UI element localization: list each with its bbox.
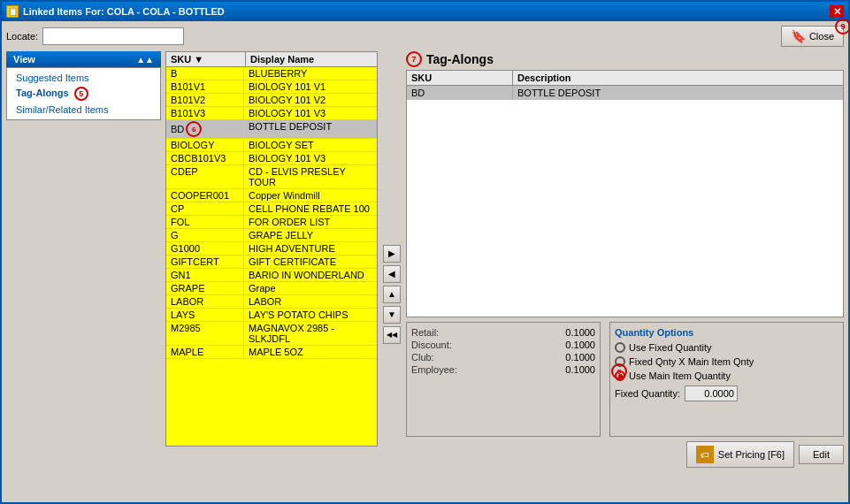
list-item[interactable]: G1000HIGH ADVENTURE (166, 242, 377, 256)
list-item[interactable]: M2985MAGNAVOX 2985 - SLKJDFL (166, 322, 377, 346)
title-bar-left: 📋 Linked Items For: COLA - COLA - BOTTLE… (6, 5, 225, 18)
badge-7: 7 (406, 51, 422, 67)
locate-input[interactable] (42, 27, 184, 45)
fixed-qty-input[interactable] (685, 386, 738, 401)
bottom-buttons: 🏷 Set Pricing [F6] Edit (406, 441, 844, 468)
list-item[interactable]: CPCELL PHONE REBATE 100 (166, 202, 377, 216)
pricing-club-row: Club: 0.1000 (411, 352, 595, 363)
pricing-discount-row: Discount: 0.1000 (411, 340, 595, 350)
tag-alongs-header: 7 Tag-Alongs (406, 51, 844, 67)
radio-row-fixed: Use Fixed Quantity (615, 342, 839, 353)
view-header-icons: ▲▲ (136, 55, 154, 65)
list-item-selected[interactable]: BD 6 BOTTLE DEPOSIT (166, 120, 377, 139)
sidebar-item-related[interactable]: Similar/Related Items (7, 103, 160, 117)
arrow-panel: ▶ ◀ ▲ ▼ ◀◀ (382, 51, 402, 501)
sort-icon: ▼ (194, 54, 203, 65)
tag-cell-sku: BD (407, 86, 513, 100)
tag-col-desc-header: Description (513, 71, 843, 85)
close-button[interactable]: 🔖 Close (781, 26, 844, 47)
locate-label: Locate: (6, 31, 38, 42)
pricing-info: Retail: 0.1000 Discount: 0.1000 Club: 0.… (406, 322, 601, 437)
employee-value: 0.1000 (551, 364, 595, 375)
title-close-button[interactable]: ✕ (830, 5, 844, 18)
list-item[interactable]: GIFTCERTGIFT CERTIFICATE (166, 256, 377, 269)
list-item[interactable]: COOPER001Copper Windmill (166, 189, 377, 202)
top-bar: Locate: 🔖 Close 9 (6, 26, 844, 47)
content-area: Locate: 🔖 Close 9 View ▲▲ (2, 21, 848, 504)
view-title: View (13, 54, 35, 65)
set-pricing-label: Set Pricing [F6] (718, 449, 785, 460)
right-panel: 7 Tag-Alongs SKU Description BD BOTTLE D… (406, 51, 844, 501)
view-header: View ▲▲ (6, 51, 161, 67)
edit-label: Edit (813, 449, 830, 460)
list-item[interactable]: GRAPEGrape (166, 282, 377, 295)
list-item[interactable]: LABORLABOR (166, 295, 377, 309)
badge-8: 8 (611, 363, 627, 379)
tag-col-sku-header: SKU (407, 71, 513, 85)
arrow-left-button[interactable]: ◀ (383, 265, 401, 283)
list-item[interactable]: MAPLEMAPLE 5OZ (166, 346, 377, 359)
use-main-qty-label: Use Main Item Quantity (629, 370, 731, 381)
locate-row: Locate: (6, 27, 184, 45)
tag-alongs-badge: 5 (74, 87, 88, 101)
title-bar: 📋 Linked Items For: COLA - COLA - BOTTLE… (2, 2, 848, 21)
fixed-x-main-label: Fixed Qnty X Main Item Qnty (629, 356, 754, 367)
pricing-employee-row: Employee: 0.1000 (411, 364, 595, 375)
arrow-up-button[interactable]: ▲ (383, 286, 401, 303)
list-item[interactable]: B101V3BIOLOGY 101 V3 (166, 107, 377, 120)
list-item[interactable]: B101V1BIOLOGY 101 V1 (166, 80, 377, 94)
close-button-label: Close (809, 31, 834, 42)
list-item[interactable]: FOLFOR ORDER LIST (166, 216, 377, 229)
list-item[interactable]: B101V2BIOLOGY 101 V2 (166, 94, 377, 107)
fixed-qty-row: Fixed Quantity: (615, 386, 839, 401)
list-item[interactable]: LAYSLAY'S POTATO CHIPS (166, 309, 377, 322)
list-item[interactable]: GN1BARIO IN WONDERLAND (166, 269, 377, 282)
fixed-qty-label: Fixed Quantity: (615, 388, 680, 399)
tag-alongs-nav-label: Tag-Alongs (16, 88, 69, 98)
related-label: Similar/Related Items (16, 104, 109, 115)
arrow-down-button[interactable]: ▼ (383, 306, 401, 324)
arrow-right-button[interactable]: ▶ (383, 245, 401, 263)
badge-6: 6 (186, 121, 202, 137)
col-header-sku: SKU ▼ (166, 52, 246, 66)
tag-alongs-table: SKU Description BD BOTTLE DEPOSIT (406, 70, 844, 317)
radio-row-fixed-x-main: Fixed Qnty X Main Item Qnty (615, 356, 839, 367)
bottom-right: Retail: 0.1000 Discount: 0.1000 Club: 0.… (406, 322, 844, 437)
use-fixed-qty-label: Use Fixed Quantity (629, 342, 712, 353)
set-pricing-icon: 🏷 (696, 446, 714, 463)
item-list-panel: SKU ▼ Display Name BBLUEBERRY B101V1BIOL… (165, 51, 378, 501)
club-label: Club: (411, 352, 434, 363)
view-panel: View ▲▲ Suggested Items Tag-Alongs 5 Sim… (6, 51, 161, 501)
view-items-list: Suggested Items Tag-Alongs 5 Similar/Rel… (6, 67, 161, 120)
club-value: 0.1000 (551, 352, 595, 363)
suggested-label: Suggested Items (16, 73, 89, 83)
col-header-name: Display Name (246, 52, 377, 66)
list-item[interactable]: BIOLOGYBIOLOGY SET (166, 139, 377, 152)
item-list-body[interactable]: BBLUEBERRY B101V1BIOLOGY 101 V1 B101V2BI… (165, 66, 378, 447)
list-item[interactable]: CBCB101V3BIOLOGY 101 V3 (166, 152, 377, 165)
list-item[interactable]: BBLUEBERRY (166, 67, 377, 80)
tag-table-body[interactable]: BD BOTTLE DEPOSIT (407, 86, 843, 317)
list-item[interactable]: CDEPCD - ELVIS PRESLEY TOUR (166, 165, 377, 189)
list-item[interactable]: GGRAPE JELLY (166, 229, 377, 242)
quantity-options-panel: Quantity Options Use Fixed Quantity Fixe… (609, 322, 844, 437)
discount-label: Discount: (411, 340, 452, 350)
close-icon: 🔖 (791, 29, 806, 43)
list-header: SKU ▼ Display Name (165, 51, 378, 66)
tag-cell-desc: BOTTLE DEPOSIT (513, 86, 843, 100)
radio-use-fixed-qty[interactable] (615, 342, 625, 353)
tag-table-header: SKU Description (407, 71, 843, 86)
retail-value: 0.1000 (551, 327, 595, 338)
arrow-double-left-button[interactable]: ◀◀ (383, 326, 401, 344)
sidebar-item-tag-alongs[interactable]: Tag-Alongs 5 (7, 85, 160, 103)
sidebar-item-suggested[interactable]: Suggested Items (7, 71, 160, 85)
tag-row[interactable]: BD BOTTLE DEPOSIT (407, 86, 843, 100)
employee-label: Employee: (411, 364, 457, 375)
set-pricing-button[interactable]: 🏷 Set Pricing [F6] (686, 441, 794, 468)
retail-label: Retail: (411, 327, 439, 338)
edit-button[interactable]: Edit (799, 445, 844, 464)
pricing-retail-row: Retail: 0.1000 (411, 327, 595, 338)
window-icon: 📋 (6, 5, 19, 18)
window-title: Linked Items For: COLA - COLA - BOTTLED (23, 6, 225, 17)
collapse-icon[interactable]: ▲▲ (136, 55, 154, 65)
